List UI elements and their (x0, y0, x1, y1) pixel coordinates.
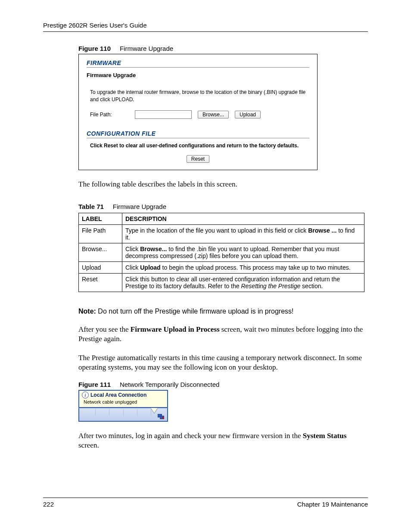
after-paragraph-3: After two minutes, log in again and chec… (78, 431, 368, 450)
balloon-tooltip: i Local Area Connection Network cable un… (78, 390, 168, 408)
balloon-title: Local Area Connection (90, 392, 146, 398)
info-icon: i (82, 392, 89, 398)
firmware-screenshot: FIRMWARE Firmware Upgrade To upgrade the… (78, 54, 318, 170)
table71-caption: Table 71 Firmware Upgrade (78, 203, 368, 210)
taskbar-tray: ✕ (78, 408, 168, 422)
firmware-instruction: To upgrade the internal router firmware,… (90, 89, 309, 103)
table-row: Reset Click this button to clear all use… (79, 273, 364, 292)
row-reset-desc: Click this button to clear all user-ente… (122, 273, 364, 292)
tray-separators (82, 409, 165, 416)
page-footer: 222 Chapter 19 Maintenance (43, 498, 368, 508)
row-filepath-label: File Path (79, 224, 122, 243)
table71-title: Firmware Upgrade (113, 203, 166, 210)
divider (87, 138, 309, 138)
reset-instruction: Click Reset to clear all user-defined co… (90, 143, 309, 149)
col-description: DESCRIPTION (122, 213, 364, 224)
table-header-row: LABEL DESCRIPTION (79, 213, 364, 224)
network-disconnected-icon: ✕ (158, 414, 164, 419)
figure111-number: Figure 111 (78, 381, 111, 388)
figure111-title: Network Temporarily Disconnected (120, 381, 219, 388)
note-paragraph: Note: Do not turn off the Prestige while… (78, 308, 368, 315)
after-paragraph-1: After you see the Firmware Upload in Pro… (78, 325, 368, 344)
reset-button[interactable]: Reset (187, 155, 209, 163)
row-browse-label: Browse... (79, 243, 122, 261)
table-row: File Path Type in the location of the fi… (79, 224, 364, 243)
after-paragraph-2: The Prestige automatically restarts in t… (78, 353, 368, 372)
figure110-title: Firmware Upgrade (120, 45, 173, 52)
row-filepath-desc: Type in the location of the file you wan… (122, 224, 364, 243)
upload-button[interactable]: Upload (235, 111, 261, 118)
table-row: Browse... Click Browse... to find the .b… (79, 243, 364, 261)
table71: LABEL DESCRIPTION File Path Type in the … (78, 213, 364, 292)
row-upload-desc: Click Upload to begin the upload process… (122, 261, 364, 273)
balloon-title-row: i Local Area Connection (82, 392, 165, 398)
note-label: Note: (78, 308, 96, 315)
filepath-row: File Path: Browse... Upload (90, 110, 309, 119)
balloon-subtitle: Network cable unplugged (84, 399, 165, 404)
figure110-caption: Figure 110 Firmware Upgrade (78, 45, 368, 52)
col-label: LABEL (79, 213, 122, 224)
figure111-screenshot: i Local Area Connection Network cable un… (78, 390, 168, 422)
figure110-number: Figure 110 (78, 45, 111, 52)
divider (87, 67, 309, 68)
page-header: Prestige 2602R Series User's Guide (43, 22, 368, 32)
filepath-input[interactable] (135, 110, 192, 119)
browse-button[interactable]: Browse... (198, 111, 229, 118)
firmware-subheading: Firmware Upgrade (87, 72, 309, 78)
row-upload-label: Upload (79, 261, 122, 273)
row-browse-desc: Click Browse... to find the .bin file yo… (122, 243, 364, 261)
firmware-heading: FIRMWARE (87, 59, 309, 66)
row-reset-label: Reset (79, 273, 122, 292)
figure111-caption: Figure 111 Network Temporarily Disconnec… (78, 381, 368, 388)
filepath-label: File Path: (90, 112, 129, 118)
chapter-label: Chapter 19 Maintenance (297, 501, 368, 508)
header-title: Prestige 2602R Series User's Guide (43, 22, 146, 29)
table-row: Upload Click Upload to begin the upload … (79, 261, 364, 273)
table71-number: Table 71 (78, 203, 104, 210)
intro-paragraph: The following table describes the labels… (78, 180, 368, 189)
config-heading: CONFIGURATION FILE (87, 130, 309, 137)
page-number: 222 (43, 501, 54, 508)
note-text: Do not turn off the Prestige while firmw… (96, 308, 294, 315)
